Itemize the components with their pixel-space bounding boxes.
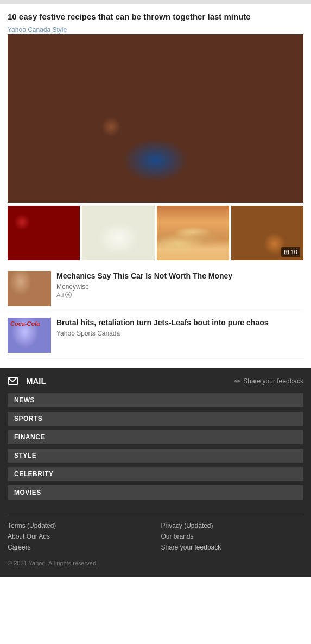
thumbnail-count: 10	[291, 249, 297, 255]
footer-feedback-link[interactable]: ✏ Share your feedback	[234, 377, 303, 386]
footer-mail-label: MAIL	[26, 376, 46, 386]
thumbnail-item-1[interactable]	[8, 206, 80, 260]
news-source-mechanics: Moneywise	[56, 283, 303, 291]
mail-icon	[8, 378, 17, 383]
footer-nav-finance[interactable]: FINANCE	[8, 430, 303, 444]
footer-nav-celebrity[interactable]: CELEBRITY	[8, 467, 303, 481]
news-headline-mechanics[interactable]: Mechanics Say This Car Is Not Worth The …	[56, 271, 303, 281]
article-source[interactable]: Yahoo Canada Style	[8, 26, 67, 34]
thumb-greens	[82, 206, 154, 260]
car-image	[8, 271, 51, 306]
footer-link-terms[interactable]: Terms (Updated)	[8, 522, 150, 529]
footer-link-careers[interactable]: Careers	[8, 544, 150, 551]
footer-feedback-label: Share your feedback	[243, 377, 303, 385]
top-bar	[0, 0, 311, 4]
footer-nav-movies[interactable]: MOVIES	[8, 485, 303, 500]
main-food-image	[8, 34, 303, 203]
article-header: 10 easy festive recipes that can be thro…	[8, 11, 303, 34]
footer-link-privacy[interactable]: Privacy (Updated)	[161, 522, 304, 529]
thumbnail-item-4[interactable]: 10	[231, 206, 303, 260]
footer-link-our-brands[interactable]: Our brands	[161, 533, 304, 540]
news-thumb-car	[8, 271, 51, 306]
news-text-hockey: Brutal hits, retaliation turn Jets-Leafs…	[56, 318, 303, 338]
thumb-red-food	[8, 206, 80, 260]
footer-link-about-ads[interactable]: About Our Ads	[8, 533, 150, 540]
thumbnail-item-3[interactable]	[157, 206, 229, 260]
footer-nav-style[interactable]: STYLE	[8, 449, 303, 463]
footer-copyright: © 2021 Yahoo. All rights reserved.	[8, 560, 303, 566]
news-item-mechanics-car[interactable]: Mechanics Say This Car Is Not Worth The …	[8, 266, 303, 312]
pencil-icon: ✏	[234, 377, 241, 386]
footer-mail-row: MAIL ✏ Share your feedback	[8, 376, 303, 386]
footer-nav-news[interactable]: NEWS	[8, 393, 303, 407]
thumbnail-grid: 10	[8, 206, 303, 260]
news-item-jets-leafs[interactable]: Coca-Cola Brutal hits, retaliation turn …	[8, 312, 303, 359]
article-title[interactable]: 10 easy festive recipes that can be thro…	[8, 11, 303, 22]
footer-link-share-feedback[interactable]: Share your feedback	[161, 544, 304, 551]
thumbnail-item-2[interactable]	[82, 206, 154, 260]
thumb-bread	[157, 206, 229, 260]
news-source-hockey: Yahoo Sports Canada	[56, 330, 303, 337]
news-text-mechanics: Mechanics Say This Car Is Not Worth The …	[56, 271, 303, 298]
main-image[interactable]	[8, 34, 303, 203]
footer-nav: NEWS SPORTS FINANCE STYLE CELEBRITY MOVI…	[8, 393, 303, 504]
news-list: Mechanics Say This Car Is Not Worth The …	[8, 266, 303, 359]
thumbnail-count-badge: 10	[281, 247, 300, 257]
footer: MAIL ✏ Share your feedback NEWS SPORTS F…	[0, 368, 311, 577]
footer-links: Terms (Updated) Privacy (Updated) About …	[8, 515, 303, 551]
news-ad-label: Ad ✱	[56, 292, 303, 298]
news-headline-hockey[interactable]: Brutal hits, retaliation turn Jets-Leafs…	[56, 318, 303, 327]
main-content: 10 easy festive recipes that can be thro…	[0, 4, 311, 359]
news-thumb-hockey: Coca-Cola	[8, 318, 51, 353]
ad-info-icon[interactable]: ✱	[65, 292, 72, 298]
coca-cola-logo: Coca-Cola	[10, 320, 40, 327]
footer-nav-sports[interactable]: SPORTS	[8, 412, 303, 426]
footer-mail[interactable]: MAIL	[8, 376, 46, 386]
